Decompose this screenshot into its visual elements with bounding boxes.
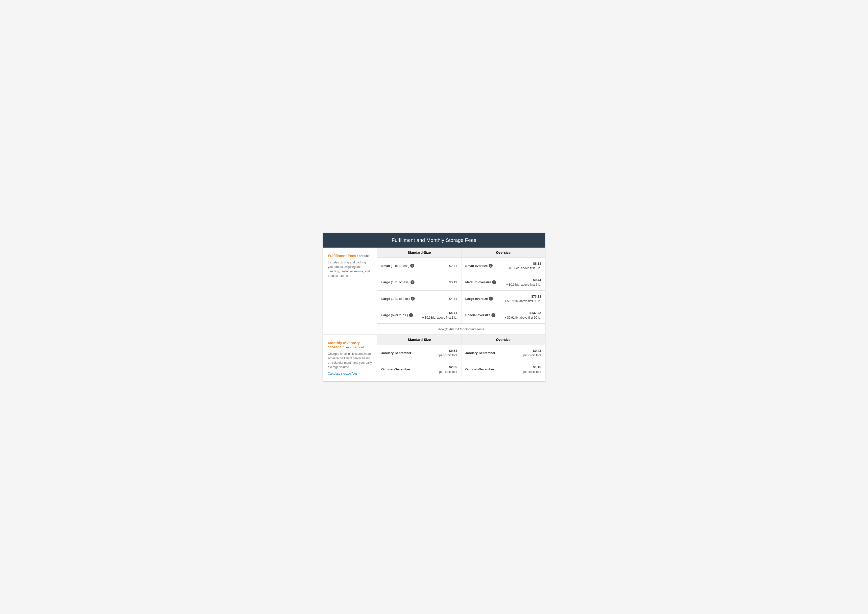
os-small-label: Small oversize	[465, 264, 488, 267]
os-medium-label-group: Medium oversize i	[465, 280, 496, 284]
main-header: Fulfillment and Monthly Storage Fees	[323, 233, 545, 247]
main-title: Fulfillment and Monthly Storage Fees	[392, 238, 476, 243]
storage-std-oct-dec: October-December $2.35 / per cubic foot	[377, 361, 462, 378]
main-table: Fulfillment and Monthly Storage Fees Ful…	[322, 233, 546, 381]
std-large-2lb-info-icon[interactable]: i	[411, 297, 415, 300]
storage-data: Standard-Size Oversize January-September…	[377, 335, 545, 381]
os-medium-info-icon[interactable]: i	[492, 280, 496, 284]
std-large-2lb-price: $4.71	[449, 296, 457, 301]
fulfillment-os-small: Small oversize i $8.13 + $0.38/lb. above…	[462, 258, 546, 274]
std-large-1lb-price: $3.19	[449, 280, 457, 285]
fulfillment-row-4: Large (over 2 lbs.) i $4.71 + $0.38/lb. …	[377, 307, 545, 323]
fulfillment-desc: Includes picking and packing your orders…	[328, 260, 372, 278]
storage-std-oct-dec-label: October-December	[381, 367, 410, 371]
std-large-1lb-info-icon[interactable]: i	[411, 280, 414, 284]
fulfillment-row-1: Small (1 lb. or less) i $2.41 Small over…	[377, 258, 545, 274]
os-small-price: $8.13 + $0.38/lb. above first 2 lb.	[506, 261, 541, 270]
fulfillment-std-large-1lb: Large (1 lb. or less) i $3.19	[377, 274, 462, 291]
std-small-info-icon[interactable]: i	[410, 264, 414, 267]
oversize-header: Oversize	[462, 247, 546, 258]
fulfillment-std-large-2lb: Large (1 lb. to 2 lb.) i $4.71	[377, 291, 462, 307]
storage-desc: Charged for all units stored in an Amazo…	[328, 351, 372, 369]
std-large-1lb-label-group: Large (1 lb. or less) i	[381, 280, 414, 284]
storage-row-1: January-September $0.64 / per cubic foot…	[377, 345, 545, 361]
fulfillment-std-large-over2: Large (over 2 lbs.) i $4.71 + $0.38/lb. …	[377, 307, 462, 323]
clothing-note: Add $0.40/unit for clothing items	[377, 323, 545, 334]
std-large-over2-price: $4.71 + $0.38/lb. above first 2 lb.	[422, 311, 457, 320]
storage-std-jan-sep-label: January-September	[381, 351, 411, 355]
std-size-header: Standard-Size	[377, 247, 462, 258]
storage-std-jan-sep: January-September $0.64 / per cubic foot	[377, 345, 462, 361]
storage-row-2: October-December $2.35 / per cubic foot …	[377, 361, 545, 378]
fulfillment-row-3: Large (1 lb. to 2 lb.) i $4.71 Large ove…	[377, 291, 545, 307]
os-large-price: $73.18 + $0.79/lb. above first 90 lb.	[505, 294, 541, 303]
fulfillment-subheader-row: Standard-Size Oversize	[377, 247, 545, 258]
std-large-2lb-label-group: Large (1 lb. to 2 lb.) i	[381, 297, 415, 300]
std-large-over2-label-group: Large (over 2 lbs.) i	[381, 313, 413, 317]
storage-std-size-header: Standard-Size	[377, 335, 462, 345]
storage-oversize-header: Oversize	[462, 335, 546, 345]
storage-os-jan-sep-price: $0.43 / per cubic foot	[522, 348, 541, 358]
storage-os-oct-dec-price: $1.15 / per cubic foot	[522, 365, 541, 374]
storage-subheader-row: Standard-Size Oversize	[377, 335, 545, 345]
storage-section: Monthly Inventory Storage / per cubic fo…	[323, 335, 545, 381]
fulfillment-os-special: Special oversize i $137.32 + $0.91/lb. a…	[462, 307, 546, 323]
os-special-label-group: Special oversize i	[465, 313, 495, 317]
os-large-label: Large oversize	[465, 297, 488, 300]
storage-os-oct-dec: October-December $1.15 / per cubic foot	[462, 361, 546, 378]
storage-os-jan-sep: January-September $0.43 / per cubic foot	[462, 345, 546, 361]
storage-title: Monthly Inventory Storage / per cubic fo…	[328, 341, 372, 349]
fulfillment-title-suffix: / per unit	[356, 254, 369, 258]
fulfillment-label: Fulfillment Fees / per unit Includes pic…	[323, 247, 377, 334]
fulfillment-os-medium: Medium oversize i $9.44 + $0.38/lb. abov…	[462, 274, 546, 291]
os-special-info-icon[interactable]: i	[491, 313, 495, 317]
std-large-1lb-label: Large (1 lb. or less)	[381, 280, 409, 284]
fulfillment-title: Fulfillment Fees / per unit	[328, 253, 372, 258]
std-small-label-group: Small (1 lb. or less) i	[381, 264, 414, 267]
fulfillment-section: Fulfillment Fees / per unit Includes pic…	[323, 247, 545, 335]
os-large-info-icon[interactable]: i	[489, 297, 493, 300]
fulfillment-title-orange: Fulfillment Fees	[328, 253, 356, 258]
storage-os-jan-sep-label: January-September	[465, 351, 495, 355]
os-special-label: Special oversize	[465, 313, 490, 317]
os-small-label-group: Small oversize i	[465, 264, 493, 267]
os-medium-price: $9.44 + $0.38/lb. above first 2 lb.	[506, 278, 541, 287]
os-special-price: $137.32 + $0.91/lb. above first 90 lb.	[505, 311, 541, 320]
fulfillment-row-2: Large (1 lb. or less) i $3.19 Medium ove…	[377, 274, 545, 291]
fulfillment-os-large: Large oversize i $73.18 + $0.79/lb. abov…	[462, 291, 546, 307]
os-small-info-icon[interactable]: i	[489, 264, 493, 267]
fulfillment-std-small: Small (1 lb. or less) i $2.41	[377, 258, 462, 274]
storage-std-oct-dec-price: $2.35 / per cubic foot	[438, 365, 457, 374]
storage-label: Monthly Inventory Storage / per cubic fo…	[323, 335, 377, 381]
storage-std-jan-sep-price: $0.64 / per cubic foot	[438, 348, 457, 358]
storage-title-suffix: / per cubic foot	[343, 345, 364, 349]
storage-os-oct-dec-label: October-December	[465, 367, 494, 371]
std-small-price: $2.41	[449, 263, 457, 268]
fulfillment-data: Standard-Size Oversize Small (1 lb. or l…	[377, 247, 545, 334]
std-large-over2-info-icon[interactable]: i	[409, 313, 413, 317]
os-large-label-group: Large oversize i	[465, 297, 493, 300]
std-large-over2-label: Large (over 2 lbs.)	[381, 313, 408, 317]
std-small-label: Small (1 lb. or less)	[381, 264, 409, 267]
calculate-storage-link[interactable]: Calculate storage fees ›	[328, 372, 372, 375]
std-large-2lb-label: Large (1 lb. to 2 lb.)	[381, 297, 410, 300]
os-medium-label: Medium oversize	[465, 280, 491, 284]
